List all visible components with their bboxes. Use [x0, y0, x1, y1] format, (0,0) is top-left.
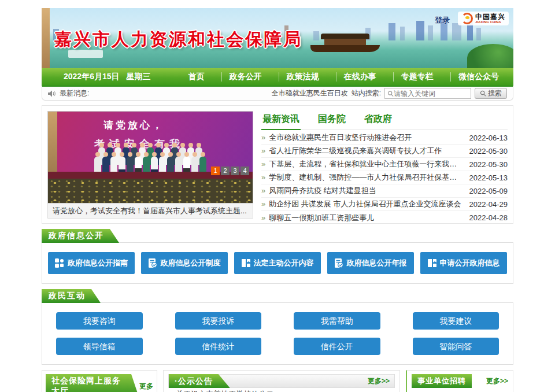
main-nav: 2022年6月15日星期三 首页 政务公开 政策法规 在线办事 专题专栏 微信公… — [42, 68, 513, 86]
login-link[interactable]: 登录 — [435, 15, 450, 25]
smart-qa-button[interactable]: 智能问答 — [413, 338, 500, 355]
main-content: 请党放心， 考试安全有我 1 2 3 4 请党放心，考试安全有我！首届嘉兴市人事… — [42, 105, 513, 224]
news-list: 全市稳就业惠民生百日攻坚行动推进会召开2022-06-13 省人社厅陈荣华二级巡… — [261, 131, 508, 224]
gov-info-system-button[interactable]: 政府信息公开制度 — [141, 252, 228, 274]
announcement-item[interactable]: 关于设立嘉善技工学校的公示2022-05-18 — [168, 388, 395, 392]
news-item[interactable]: 聊聊五一假期加班工资那些事儿2022-04-28 — [261, 211, 508, 224]
bottom-row: 社会保险网上服务大厅 更多 个人(单位)社保证明打印 办事指南 ·公示公告 更多… — [42, 370, 513, 392]
leader-mailbox-button[interactable]: 领导信箱 — [56, 338, 143, 355]
jiaxing-logo[interactable]: 中国嘉兴 JIAXING CHINA — [458, 12, 509, 25]
speaker-icon — [48, 90, 56, 97]
marquee-text[interactable]: 全市稳就业惠民生百日攻 — [272, 88, 348, 98]
interaction-section-title: 政民互动 — [42, 289, 101, 303]
news-item[interactable]: 全市稳就业惠民生百日攻坚行动推进会召开2022-06-13 — [261, 131, 508, 145]
doc-check-icon — [335, 258, 343, 268]
news-item[interactable]: 省人社厅陈荣华二级巡视员来嘉兴调研专技人才工作2022-05-30 — [261, 145, 508, 158]
news-item[interactable]: 下基层、走流程，省社保和就业中心主任项薇一行来我市调研“国统”上线情况2022-… — [261, 158, 508, 171]
social-insurance-more-link[interactable]: 更多 — [139, 382, 153, 391]
news-tabs: 最新资讯 国务院 省政府 — [261, 111, 508, 130]
header-banner: 嘉兴市人力资源和社会保障局 登录 中国嘉兴 JIAXING CHINA — [42, 8, 513, 68]
nav-item-special[interactable]: 专题专栏 — [391, 72, 444, 82]
recruitment-more-link[interactable]: 更多>> — [486, 376, 508, 386]
announcements-panel: ·公示公告 更多>> 关于设立嘉善技工学校的公示2022-05-18 关于公布嘉… — [163, 370, 400, 392]
logo-swirl-icon — [461, 13, 473, 24]
nav-item-home[interactable]: 首页 — [178, 72, 215, 82]
grid-icon — [55, 258, 64, 268]
search-icon — [387, 90, 394, 97]
interaction-section: 政民互动 我要咨询 我要投诉 我需帮助 我要建议 领导信箱 信件统计 信件公开 … — [42, 289, 513, 365]
news-item[interactable]: 风雨同舟齐抗疫 结对共建显担当2022-05-09 — [261, 184, 508, 198]
announcements-more-link[interactable]: 更多>> — [368, 376, 390, 386]
nav-item-policy[interactable]: 政策法规 — [276, 72, 330, 82]
carpet-decor — [48, 179, 253, 203]
slide-headline-1: 请党放心， — [103, 119, 164, 132]
site-title: 嘉兴市人力资源和社会保障局 — [54, 28, 302, 51]
news-item[interactable]: 学制度、建机制、强防控——市人力社保局召开社保基金要情专题学习会2022-05-… — [261, 171, 508, 184]
pager-2[interactable]: 2 — [221, 167, 230, 175]
book-icon — [428, 258, 436, 268]
letter-stats-button[interactable]: 信件统计 — [175, 338, 262, 355]
nav-date: 2022年6月15日星期三 — [42, 72, 151, 82]
trees-decor — [467, 44, 513, 68]
latest-news-label: 最新消息: — [60, 88, 89, 98]
interaction-buttons: 我要咨询 我要投诉 我需帮助 我要建议 领导信箱 信件统计 信件公开 智能问答 — [42, 302, 513, 365]
page: 嘉兴市人力资源和社会保障局 登录 中国嘉兴 JIAXING CHINA 2022… — [42, 0, 513, 392]
announcements-title: ·公示公告 — [169, 374, 230, 388]
gov-info-section: 政府信息公开 政府信息公开指南 政府信息公开制度 — [42, 229, 513, 284]
pager-4[interactable]: 4 — [240, 167, 249, 175]
news-search-bar: 最新消息: 全市稳就业惠民生百日攻 站内搜索: 搜索 — [42, 86, 513, 101]
annual-report-button[interactable]: 政府信息公开年报 — [327, 252, 414, 274]
news-item[interactable]: 助企纾困 共谋发展 市人力社保局召开重点企业交流座谈会2022-04-29 — [261, 198, 508, 211]
nav-item-gov-open[interactable]: 政务公开 — [219, 72, 272, 82]
news-panel: 最新资讯 国务院 省政府 全市稳就业惠民生百日攻坚行动推进会召开2022-06-… — [261, 111, 508, 218]
photo-carousel[interactable]: 请党放心， 考试安全有我 1 2 3 4 请党放心，考试安全有我！首届嘉兴市人事… — [47, 111, 253, 218]
social-insurance-panel: 社会保险网上服务大厅 更多 个人(单位)社保证明打印 办事指南 — [42, 370, 157, 392]
recruitment-title: 事业单位招聘 — [412, 374, 472, 388]
site-search-label: 站内搜索: — [352, 88, 381, 98]
legal-disclosure-button[interactable]: 法定主动公开内容 — [234, 252, 321, 274]
search-button-icon — [480, 90, 486, 97]
logo-cn-text: 中国嘉兴 — [475, 13, 505, 20]
book-icon — [242, 258, 250, 268]
search-input[interactable] — [394, 90, 468, 98]
recruitment-panel: 事业单位招聘 更多>> 嘉兴市妇幼保健院2022年公开... 2022年嘉兴市属… — [406, 370, 513, 392]
suggestion-button[interactable]: 我要建议 — [413, 312, 500, 330]
letter-open-button[interactable]: 信件公开 — [294, 338, 380, 355]
pager-3[interactable]: 3 — [231, 167, 239, 175]
pager-1[interactable]: 1 — [211, 167, 220, 175]
boat-decor — [310, 34, 380, 53]
search-input-wrap — [384, 88, 471, 99]
social-insurance-title: 社会保险网上服务大厅 — [46, 374, 139, 392]
tab-state-council[interactable]: 国务院 — [317, 111, 347, 130]
consult-button[interactable]: 我要咨询 — [56, 312, 143, 330]
carousel-slide[interactable]: 请党放心， 考试安全有我 1 2 3 4 — [47, 111, 253, 204]
search-button[interactable]: 搜索 — [475, 88, 507, 99]
gov-info-buttons: 政府信息公开指南 政府信息公开制度 法定主动公开内容 — [42, 242, 513, 284]
tab-provincial-gov[interactable]: 省政府 — [363, 111, 393, 130]
gov-info-guide-button[interactable]: 政府信息公开指南 — [48, 252, 135, 274]
carousel-caption[interactable]: 请党放心，考试安全有我！首届嘉兴市人事考试系统主题... — [47, 204, 253, 219]
tab-latest-news[interactable]: 最新资讯 — [261, 111, 301, 130]
gov-info-section-title: 政府信息公开 — [42, 229, 119, 243]
complaint-button[interactable]: 我要投诉 — [175, 312, 262, 330]
need-help-button[interactable]: 我需帮助 — [294, 312, 380, 330]
request-disclosure-button[interactable]: 申请公开政府信息 — [420, 252, 507, 274]
nav-item-online[interactable]: 在线办事 — [334, 72, 387, 82]
logo-en-text: JIAXING CHINA — [475, 20, 505, 24]
nav-item-wechat[interactable]: 微信公众号 — [448, 72, 509, 82]
doc-check-icon — [149, 258, 157, 268]
carousel-pager: 1 2 3 4 — [211, 167, 249, 175]
